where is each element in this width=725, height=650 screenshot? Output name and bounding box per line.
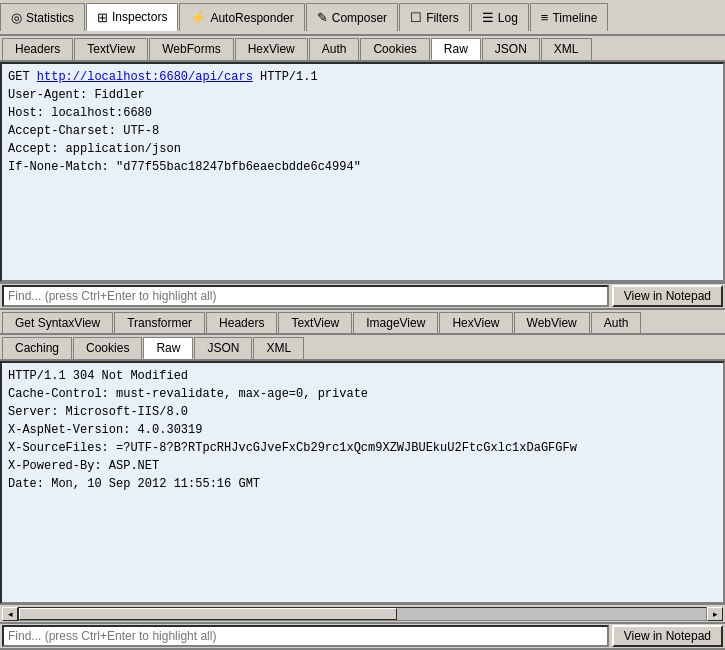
filters-label: Filters [426, 11, 459, 25]
req-tab-hexview[interactable]: HexView [235, 38, 308, 60]
timeline-label: Timeline [552, 11, 597, 25]
response-tab-bar-1: Get SyntaxView Transformer Headers TextV… [0, 310, 725, 335]
request-content: GET http://localhost:6680/api/cars HTTP/… [0, 62, 725, 282]
resp-tab-hexview[interactable]: HexView [439, 312, 512, 333]
tab-composer[interactable]: ✎ Composer [306, 3, 398, 31]
scroll-right-arrow[interactable]: ▸ [707, 607, 723, 621]
req-tab-xml[interactable]: XML [541, 38, 592, 60]
req-tab-auth[interactable]: Auth [309, 38, 360, 60]
request-view-notepad-button[interactable]: View in Notepad [612, 285, 723, 307]
log-label: Log [498, 11, 518, 25]
log-icon: ☰ [482, 10, 494, 25]
req-tab-webforms[interactable]: WebForms [149, 38, 233, 60]
tab-filters[interactable]: ☐ Filters [399, 3, 470, 31]
request-find-bar: View in Notepad [0, 282, 725, 310]
composer-icon: ✎ [317, 10, 328, 25]
response-content: HTTP/1.1 304 Not Modified Cache-Control:… [0, 361, 725, 604]
request-tab-bar: Headers TextView WebForms HexView Auth C… [0, 36, 725, 62]
response-find-bar: View in Notepad [0, 622, 725, 650]
scrollbar-track[interactable] [18, 607, 707, 621]
resp-tab-json[interactable]: JSON [194, 337, 252, 359]
req-tab-cookies[interactable]: Cookies [360, 38, 429, 60]
tab-inspectors[interactable]: ⊞ Inspectors [86, 3, 178, 31]
resp-tab-transformer[interactable]: Transformer [114, 312, 205, 333]
composer-label: Composer [332, 11, 387, 25]
resp-tab-imageview[interactable]: ImageView [353, 312, 438, 333]
req-tab-raw[interactable]: Raw [431, 38, 481, 60]
resp-tab-get-syntaxview[interactable]: Get SyntaxView [2, 312, 113, 333]
resp-tab-textview[interactable]: TextView [278, 312, 352, 333]
response-view-notepad-button[interactable]: View in Notepad [612, 625, 723, 647]
scrollbar-thumb[interactable] [19, 608, 397, 620]
response-find-input[interactable] [2, 625, 609, 647]
autoresponder-label: AutoResponder [210, 11, 293, 25]
response-scrollbar: ◂ ▸ [0, 604, 725, 622]
resp-tab-headers[interactable]: Headers [206, 312, 277, 333]
statistics-label: Statistics [26, 11, 74, 25]
response-tab-bar-2: Caching Cookies Raw JSON XML [0, 335, 725, 361]
statistics-icon: ◎ [11, 10, 22, 25]
filters-icon: ☐ [410, 10, 422, 25]
autoresponder-icon: ⚡ [190, 10, 206, 25]
req-tab-headers[interactable]: Headers [2, 38, 73, 60]
tab-log[interactable]: ☰ Log [471, 3, 529, 31]
resp-tab-raw[interactable]: Raw [143, 337, 193, 359]
req-tab-textview[interactable]: TextView [74, 38, 148, 60]
inspectors-icon: ⊞ [97, 10, 108, 25]
tab-timeline[interactable]: ≡ Timeline [530, 3, 609, 31]
inspectors-label: Inspectors [112, 10, 167, 24]
resp-tab-webview[interactable]: WebView [514, 312, 590, 333]
req-tab-json[interactable]: JSON [482, 38, 540, 60]
request-find-input[interactable] [2, 285, 609, 307]
resp-tab-xml[interactable]: XML [253, 337, 304, 359]
resp-tab-cookies[interactable]: Cookies [73, 337, 142, 359]
timeline-icon: ≡ [541, 10, 549, 25]
scroll-left-arrow[interactable]: ◂ [2, 607, 18, 621]
top-nav-bar: ◎ Statistics ⊞ Inspectors ⚡ AutoResponde… [0, 0, 725, 36]
tab-statistics[interactable]: ◎ Statistics [0, 3, 85, 31]
request-section: Headers TextView WebForms HexView Auth C… [0, 36, 725, 310]
tab-autoresponder[interactable]: ⚡ AutoResponder [179, 3, 304, 31]
response-section: Get SyntaxView Transformer Headers TextV… [0, 310, 725, 650]
resp-tab-auth[interactable]: Auth [591, 312, 642, 333]
main-container: Headers TextView WebForms HexView Auth C… [0, 36, 725, 650]
resp-tab-caching[interactable]: Caching [2, 337, 72, 359]
